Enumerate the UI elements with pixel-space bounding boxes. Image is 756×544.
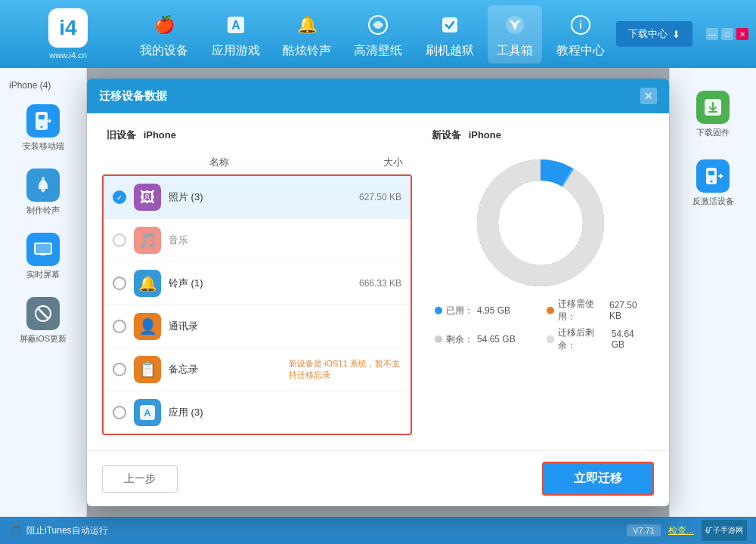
chart-legend: 已用： 4.95 GB 迁移需使用： 627.50 KB <box>427 298 654 352</box>
check-link[interactable]: 检查... <box>668 524 694 537</box>
nav-item-jailbreak[interactable]: 刷机越狱 <box>417 5 483 63</box>
bottom-left-text: 阻止iTunes自动运行 <box>26 524 108 537</box>
contacts-checkbox[interactable] <box>113 320 126 333</box>
table-header: 名称 大小 <box>102 151 412 175</box>
nav-label-jailbreak: 刷机越狱 <box>426 43 474 59</box>
table-row[interactable]: 🎵 音乐 <box>104 219 411 262</box>
table-row[interactable]: 🔔 铃声 (1) 666.33 KB <box>104 262 411 305</box>
table-row[interactable]: 👤 通讯录 <box>104 305 411 348</box>
top-bar: i4 www.i4.cn 🍎 我的设备 A 应用游戏 🔔 酷炫铃声 <box>0 0 756 68</box>
migrate-button[interactable]: 立即迁移 <box>542 462 654 496</box>
sidebar-item-block-ios[interactable]: 屏蔽iOS更新 <box>9 289 77 352</box>
nav-item-my-device[interactable]: 🍎 我的设备 <box>131 5 197 63</box>
right-item-anti-activate[interactable]: 反激活设备 <box>679 152 747 215</box>
window-controls: — □ ✕ <box>706 28 748 40</box>
bottom-bar: 🎵 阻止iTunes自动运行 V7.71 检查... 矿子手游网 <box>0 517 756 544</box>
contacts-label: 通讯录 <box>169 320 401 333</box>
wallpaper-icon <box>363 10 393 40</box>
screen-icon <box>26 233 60 266</box>
my-device-icon: 🍎 <box>149 10 179 40</box>
ringtone-checkbox[interactable] <box>113 277 126 290</box>
notes-icon: 📋 <box>134 356 161 383</box>
sidebar: iPhone (4) 安装移动端 制作铃声 <box>0 68 87 517</box>
close-button[interactable]: ✕ <box>736 28 748 40</box>
old-device-title: 旧设备 iPhone <box>102 128 412 142</box>
legend-remaining: 剩余： 54.65 GB <box>435 326 534 352</box>
device-label: iPhone (4) <box>0 76 86 95</box>
screen-label: 实时屏幕 <box>26 269 60 280</box>
legend-used-value: 4.95 GB <box>477 305 510 316</box>
svg-rect-9 <box>39 115 45 119</box>
download-center-button[interactable]: 下载中心 ⬇ <box>616 21 692 47</box>
legend-remaining-label: 剩余： <box>446 333 473 346</box>
legend-migrate-after-value: 54.64 GB <box>612 329 646 350</box>
nav-item-wallpaper[interactable]: 高清壁纸 <box>345 5 411 63</box>
right-item-download-firmware[interactable]: 下载固件 <box>679 83 747 146</box>
modal-footer: 上一步 立即迁移 <box>87 450 669 506</box>
modal-close-button[interactable]: ✕ <box>640 88 657 104</box>
ringtone-label: 铃声 (1) <box>169 277 333 290</box>
contacts-icon: 👤 <box>134 313 161 340</box>
nav-item-ringtone[interactable]: 🔔 酷炫铃声 <box>274 5 340 63</box>
apps-icon: A <box>134 399 161 426</box>
modal-right-panel: 新设备 iPhone <box>427 128 654 435</box>
jailbreak-icon <box>435 10 465 40</box>
app-game-icon: A <box>221 10 251 40</box>
svg-text:i: i <box>579 19 582 31</box>
ringtone-icon: 🔔 <box>292 10 322 40</box>
table-row[interactable]: ✓ 🖼 照片 (3) 627.50 KB <box>104 176 411 219</box>
tutorial-icon: i <box>565 10 596 40</box>
music-checkbox[interactable] <box>113 233 126 247</box>
nav-label-my-device: 我的设备 <box>140 43 188 59</box>
anti-activate-label: 反激活设备 <box>692 196 734 207</box>
anti-activate-icon <box>696 159 730 193</box>
legend-migrate-need-value: 627.50 KB <box>609 300 646 321</box>
svg-rect-3 <box>442 17 457 32</box>
sidebar-item-screen[interactable]: 实时屏幕 <box>9 225 77 288</box>
data-list: ✓ 🖼 照片 (3) 627.50 KB 🎵 音乐 <box>102 175 412 435</box>
nav-item-toolbox[interactable]: 工具箱 <box>488 5 542 63</box>
music-icon: 🎵 <box>134 227 161 254</box>
table-row[interactable]: 📋 备忘录 新设备是 iOS11 系统，暂不支持迁移忘录 <box>104 348 411 391</box>
logo-area: i4 www.i4.cn <box>8 8 129 60</box>
svg-point-31 <box>711 181 713 183</box>
main-area: iPhone (4) 安装移动端 制作铃声 <box>0 68 756 517</box>
nav-item-tutorial[interactable]: i 教程中心 <box>547 5 614 63</box>
col-name-header: 名称 <box>111 156 327 169</box>
nav-item-app-game[interactable]: A 应用游戏 <box>203 5 269 63</box>
photos-checkbox[interactable]: ✓ <box>113 190 126 204</box>
minimize-button[interactable]: — <box>706 28 718 40</box>
svg-rect-30 <box>708 171 714 175</box>
svg-point-10 <box>41 126 43 128</box>
legend-migrate-after-label: 迁移后剩余： <box>558 326 608 352</box>
sidebar-item-ringtone[interactable]: 制作铃声 <box>9 161 77 224</box>
block-ios-icon <box>26 297 60 330</box>
donut-chart: 已用： 4.95 GB 迁移需使用： 627.50 KB <box>427 151 654 352</box>
maximize-button[interactable]: □ <box>721 28 733 40</box>
notes-checkbox[interactable] <box>113 363 126 376</box>
sidebar-ringtone-icon <box>26 168 60 202</box>
col-size-header: 大小 <box>327 156 403 169</box>
apps-checkbox[interactable] <box>113 406 126 419</box>
migrate-modal: 迁移设备数据 ✕ 旧设备 iPhone 名称 <box>87 79 669 506</box>
download-firmware-icon <box>696 91 730 124</box>
svg-rect-15 <box>40 254 46 255</box>
svg-text:A: A <box>144 407 151 419</box>
table-row[interactable]: A 应用 (3) <box>104 391 411 434</box>
content-area: 迁移设备数据 ✕ 旧设备 iPhone 名称 <box>87 68 669 517</box>
ringtone-size: 666.33 KB <box>341 278 401 289</box>
sidebar-ringtone-label: 制作铃声 <box>26 205 60 216</box>
sidebar-item-install-app[interactable]: 安装移动端 <box>9 97 77 159</box>
svg-point-12 <box>42 190 45 193</box>
legend-migrate-need-label: 迁移需使用： <box>558 298 606 323</box>
ringtone-icon: 🔔 <box>134 270 161 297</box>
toolbox-icon <box>500 10 530 40</box>
apps-label: 应用 (3) <box>169 406 401 419</box>
modal-overlay: 迁移设备数据 ✕ 旧设备 iPhone 名称 <box>87 68 669 517</box>
block-ios-label: 屏蔽iOS更新 <box>20 333 67 345</box>
modal-header: 迁移设备数据 ✕ <box>87 79 669 113</box>
install-app-icon <box>26 104 60 138</box>
legend-migrate-need: 迁移需使用： 627.50 KB <box>547 298 646 323</box>
prev-button[interactable]: 上一步 <box>102 465 178 493</box>
svg-rect-16 <box>36 244 51 253</box>
